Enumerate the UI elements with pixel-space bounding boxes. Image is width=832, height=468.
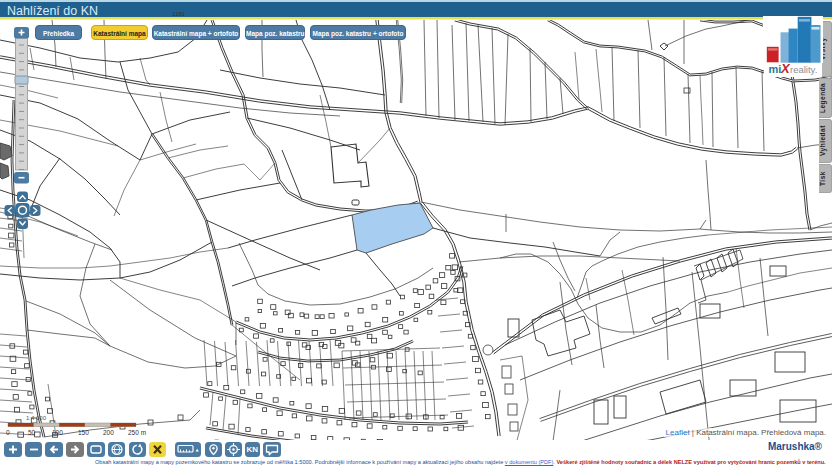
svg-text:reality.: reality.: [790, 64, 817, 75]
svg-text:200: 200: [103, 429, 114, 436]
svg-text:0: 0: [6, 429, 10, 436]
svg-text:mi: mi: [769, 63, 782, 75]
svg-text:1:4 000: 1:4 000: [26, 415, 47, 421]
svg-text:100: 100: [52, 429, 63, 436]
svg-text:50: 50: [28, 429, 36, 436]
svg-text:150: 150: [78, 429, 89, 436]
svg-text:250 m: 250 m: [128, 429, 146, 436]
